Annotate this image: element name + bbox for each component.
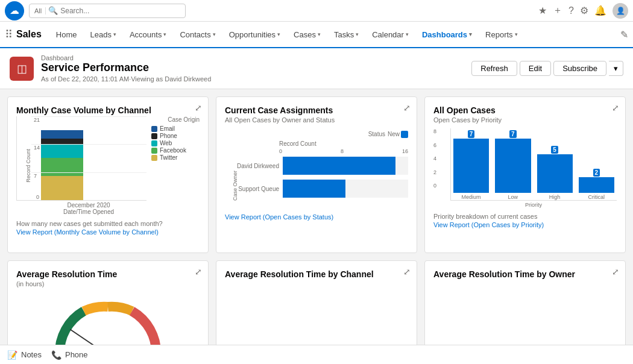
- nav-home-label: Home: [56, 30, 77, 39]
- nav-leads[interactable]: Leads ▾: [84, 22, 122, 48]
- case-assignments-link[interactable]: View Report (Open Cases by Status): [225, 213, 333, 221]
- nav-opportunities[interactable]: Opportunities ▾: [223, 22, 286, 48]
- all-open-cases-title: All Open Cases: [433, 105, 617, 115]
- legend-facebook: Facebook: [151, 147, 200, 154]
- y-label-21: 21: [34, 117, 40, 123]
- oc-report-link[interactable]: View Report (Open Cases by Priority): [433, 221, 544, 228]
- search-input[interactable]: [60, 7, 180, 15]
- leads-chevron-icon: ▾: [113, 31, 116, 37]
- bar-critical-val: 2: [593, 169, 600, 177]
- oc-footer-text: Priority breakdown of current cases: [433, 213, 617, 220]
- nav-dashboards-label: Dashboards: [422, 30, 467, 39]
- avg-res-title: Average Resolution Time: [16, 269, 200, 279]
- user-avatar[interactable]: 👤: [613, 3, 628, 19]
- x-tick-8: 8: [341, 148, 344, 154]
- oc-y-8: 8: [433, 128, 436, 134]
- assignments-row-support: Support Queue: [225, 180, 408, 198]
- legend-twitter: Twitter: [151, 154, 200, 161]
- avatar-image: 👤: [616, 7, 625, 15]
- nav-tasks[interactable]: Tasks ▾: [328, 22, 365, 48]
- widget-monthly-case-volume: Monthly Case Volume by Channel ⤢ Record …: [7, 96, 209, 253]
- settings-icon[interactable]: ⚙: [580, 5, 588, 16]
- avg-res-channel-expand-icon[interactable]: ⤢: [403, 267, 411, 277]
- bar-web: [41, 145, 83, 158]
- dashboard-icon-symbol: ◫: [17, 62, 27, 75]
- case-assignments-chart: Status New Record Count 0 8 16 David Dir…: [225, 128, 408, 198]
- nav-accounts-label: Accounts: [130, 30, 162, 39]
- nav-dashboards[interactable]: Dashboards ▾: [416, 22, 478, 48]
- case-assignments-subtitle: All Open Cases by Owner and Status: [225, 116, 408, 124]
- y-label-14: 14: [34, 145, 40, 151]
- case-assignments-expand-icon[interactable]: ⤢: [403, 103, 411, 113]
- status-new-label: New: [388, 131, 400, 138]
- avg-res-owner-title: Average Resolution Time by Owner: [433, 269, 617, 279]
- oc-y-6: 6: [433, 142, 436, 148]
- nav-reports[interactable]: Reports ▾: [479, 22, 524, 48]
- widget-all-open-cases: All Open Cases Open Cases by Priority ⤢ …: [424, 96, 626, 253]
- notes-item[interactable]: 📝 Notes: [7, 350, 42, 360]
- bar-medium-group: 7 Medium: [453, 130, 489, 200]
- legend-email-dot: [151, 126, 157, 132]
- dashboard-header: ◫ Dashboard Service Performance As of De…: [0, 48, 633, 89]
- search-container[interactable]: All 🔍: [29, 4, 186, 18]
- status-legend-row: Status New: [225, 131, 408, 138]
- x-axis-title: Date/Time Opened: [16, 209, 146, 215]
- monthly-footer-text: How many new cases get submitted each mo…: [16, 220, 200, 227]
- notifications-icon[interactable]: 🔔: [594, 5, 606, 16]
- nav-cases-label: Cases: [294, 30, 316, 39]
- widget-case-assignments: Current Case Assignments All Open Cases …: [216, 96, 417, 253]
- dashboard-label: Dashboard: [41, 54, 211, 61]
- avg-res-expand-icon[interactable]: ⤢: [195, 267, 202, 277]
- nav-edit-icon[interactable]: ✎: [620, 29, 628, 40]
- legend-facebook-dot: [151, 148, 157, 154]
- favorites-icon[interactable]: ★: [538, 5, 547, 16]
- salesforce-logo[interactable]: ☁: [5, 1, 24, 20]
- monthly-report-link[interactable]: View Report (Monthly Case Volume by Chan…: [16, 228, 159, 236]
- search-type-selector[interactable]: All: [34, 7, 46, 14]
- subscribe-button[interactable]: Subscribe: [553, 61, 606, 76]
- row-david-bar-wrap: [283, 157, 408, 175]
- monthly-chart-area: Record Count 21 14 7 0: [16, 116, 200, 215]
- refresh-button[interactable]: Refresh: [471, 61, 517, 76]
- phone-item[interactable]: 📞 Phone: [51, 350, 88, 360]
- app-navigation: ⠿ Sales Home Leads ▾ Accounts ▾ Contacts…: [0, 22, 633, 48]
- edit-button[interactable]: Edit: [520, 61, 551, 76]
- dashboard-actions: Refresh Edit Subscribe ▾: [471, 61, 623, 76]
- nav-cases[interactable]: Cases ▾: [288, 22, 327, 48]
- monthly-chart-container: Record Count 21 14 7 0: [16, 116, 146, 215]
- stacked-bar: [41, 130, 83, 200]
- help-icon[interactable]: ?: [568, 5, 574, 16]
- app-grid-icon[interactable]: ⠿: [5, 28, 13, 41]
- legend-email: Email: [151, 125, 200, 132]
- x-axis-label: December 2020: [16, 202, 146, 209]
- row-david-bar: [283, 157, 395, 175]
- status-label: Status: [368, 131, 385, 138]
- add-icon[interactable]: ＋: [553, 4, 562, 17]
- nav-calendar[interactable]: Calendar ▾: [366, 22, 415, 48]
- calendar-chevron-icon: ▾: [406, 31, 409, 37]
- nav-accounts[interactable]: Accounts ▾: [124, 22, 172, 48]
- bar-high: [537, 154, 573, 193]
- tasks-chevron-icon: ▾: [356, 31, 359, 37]
- phone-label: Phone: [65, 350, 88, 359]
- subscribe-dropdown-button[interactable]: ▾: [609, 61, 623, 76]
- nav-reports-label: Reports: [485, 30, 513, 39]
- monthly-legend: Case Origin Email Phone Web Facebook: [151, 116, 200, 215]
- case-assignments-title: Current Case Assignments: [225, 105, 408, 115]
- widget-monthly-expand-icon[interactable]: ⤢: [195, 103, 202, 113]
- opportunities-chevron-icon: ▾: [277, 31, 280, 37]
- row-david-label: David Dirkweed: [225, 163, 279, 169]
- avg-res-owner-expand-icon[interactable]: ⤢: [612, 267, 619, 277]
- nav-home[interactable]: Home: [50, 22, 83, 48]
- all-open-cases-expand-icon[interactable]: ⤢: [612, 103, 619, 113]
- all-open-cases-subtitle: Open Cases by Priority: [433, 116, 617, 124]
- x-axis-labels: Record Count: [225, 140, 408, 147]
- notes-icon: 📝: [7, 350, 17, 360]
- bar-high-group: 5 High: [537, 146, 573, 200]
- bar-facebook: [41, 158, 83, 176]
- bar-low-label: Low: [508, 194, 518, 200]
- monthly-bars: 21 14 7 0: [16, 116, 146, 201]
- row-support-bar: [283, 180, 345, 198]
- nav-contacts[interactable]: Contacts ▾: [174, 22, 221, 48]
- nav-calendar-label: Calendar: [372, 30, 404, 39]
